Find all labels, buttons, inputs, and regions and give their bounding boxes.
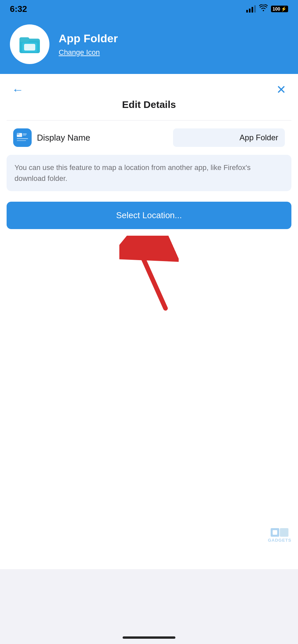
status-icons: 100⚡ xyxy=(246,4,288,14)
svg-rect-9 xyxy=(23,135,26,136)
close-button[interactable]: ✕ xyxy=(276,84,286,96)
svg-rect-8 xyxy=(23,134,27,134)
svg-rect-3 xyxy=(19,37,29,42)
display-name-icon xyxy=(13,128,32,147)
wm-text: GADGETS xyxy=(268,538,291,543)
watermark: GADGETS xyxy=(268,528,291,543)
svg-line-13 xyxy=(137,246,165,308)
change-icon-link[interactable]: Change Icon xyxy=(59,48,118,57)
page-title: Edit Details xyxy=(0,99,298,120)
status-time: 6:32 xyxy=(10,4,27,14)
arrow-annotation xyxy=(0,232,298,318)
display-name-input[interactable] xyxy=(173,128,285,147)
app-name: App Folder xyxy=(59,32,118,45)
folder-icon xyxy=(16,31,43,58)
main-content: ← ✕ Edit Details Display Name You can us… xyxy=(0,74,298,569)
select-location-button[interactable]: Select Location... xyxy=(7,202,291,229)
nav-row: ← ✕ xyxy=(0,74,298,99)
svg-rect-10 xyxy=(17,138,28,139)
divider xyxy=(7,120,291,120)
wm-block-2 xyxy=(280,528,288,537)
info-text: You can use this feature to map a locati… xyxy=(15,162,283,184)
display-name-label: Display Name xyxy=(37,133,168,143)
card-icon xyxy=(17,133,28,142)
red-arrow-icon xyxy=(119,236,179,315)
signal-icon xyxy=(246,5,256,13)
display-name-row: Display Name xyxy=(7,128,291,147)
svg-rect-11 xyxy=(17,140,26,141)
svg-rect-5 xyxy=(24,44,35,51)
header-text: App Folder Change Icon xyxy=(59,32,118,57)
app-header: App Folder Change Icon xyxy=(0,18,298,74)
app-icon-circle xyxy=(10,24,49,64)
wifi-icon xyxy=(259,4,268,14)
watermark-logo xyxy=(271,528,288,537)
back-button[interactable]: ← xyxy=(12,84,24,96)
wm-block-1 xyxy=(271,528,279,537)
status-bar: 6:32 100⚡ xyxy=(0,0,298,18)
home-indicator xyxy=(123,636,175,639)
info-box: You can use this feature to map a locati… xyxy=(7,155,291,191)
svg-rect-7 xyxy=(17,134,19,134)
battery-icon: 100⚡ xyxy=(271,6,288,12)
svg-rect-6 xyxy=(17,133,22,137)
